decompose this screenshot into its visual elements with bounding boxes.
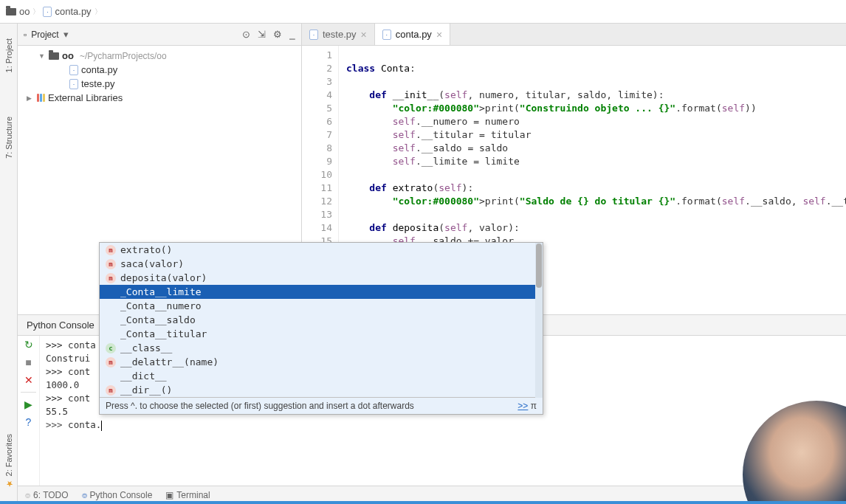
- folder-icon: [49, 52, 59, 60]
- autocomplete-list[interactable]: mextrato()msaca(valor)mdeposita(valor)_C…: [100, 243, 543, 397]
- autocomplete-item[interactable]: m__delattr__(name): [100, 355, 543, 369]
- python-file-icon: ·: [309, 30, 318, 40]
- close-icon[interactable]: ×: [436, 29, 442, 41]
- library-icon: [37, 94, 45, 102]
- bottom-terminal[interactable]: ▣Terminal: [165, 490, 210, 500]
- tree-root-name: oo: [62, 50, 74, 61]
- project-panel-title: Project: [31, 30, 58, 40]
- autocomplete-item-label: __dir__(): [120, 384, 172, 396]
- autocomplete-item[interactable]: _Conta__saldo: [100, 313, 543, 327]
- python-file-icon: ·: [382, 30, 391, 40]
- autocomplete-item-label: _Conta__titular: [120, 328, 207, 339]
- autocomplete-item[interactable]: mdeposita(valor): [100, 271, 543, 285]
- scroll-from-source-icon[interactable]: ⊙: [242, 29, 250, 40]
- breadcrumb-root[interactable]: oo: [6, 6, 30, 17]
- project-panel-header: ▫ Project ▾ ⊙ ⇲ ⚙ ⎯: [18, 24, 301, 46]
- console-tools: ↻ ■ ✕ ▶ ?: [18, 336, 40, 486]
- video-progress-bar[interactable]: [0, 501, 846, 504]
- autocomplete-item-label: __class__: [120, 342, 172, 353]
- hint-link[interactable]: >>: [517, 401, 528, 411]
- tool-structure[interactable]: 7: Structure: [4, 117, 13, 159]
- tree-root-path: ~/PycharmProjects/oo: [80, 51, 167, 61]
- tool-project[interactable]: 1: Project: [4, 38, 13, 72]
- editor-tab-teste[interactable]: · teste.py ×: [302, 24, 375, 45]
- arrow-right-icon: ▶: [27, 94, 34, 102]
- arrow-down-icon: ▼: [38, 52, 46, 60]
- editor-tabs: · teste.py × · conta.py ×: [302, 24, 846, 46]
- tree-external-label: External Libraries: [48, 92, 123, 103]
- autocomplete-item-label: _Conta__limite: [120, 286, 202, 297]
- console-tab-label: Python Console: [27, 320, 94, 331]
- project-tree: ▼ oo ~/PycharmProjects/oo · conta.py · t…: [18, 46, 301, 108]
- m-badge-icon: m: [106, 385, 116, 396]
- bottom-python-console[interactable]: ⌾Python Console: [82, 490, 153, 500]
- autocomplete-item[interactable]: mextrato(): [100, 243, 543, 257]
- m-badge-icon: m: [106, 357, 116, 367]
- stop-icon[interactable]: ■: [25, 356, 31, 368]
- tab-label: teste.py: [323, 29, 357, 40]
- m-badge-icon: m: [106, 245, 116, 255]
- autocomplete-item[interactable]: _Conta__numero: [100, 299, 543, 313]
- chevron-right-icon: 〉: [32, 7, 40, 17]
- scrollbar[interactable]: [535, 243, 543, 398]
- collapse-all-icon[interactable]: ⇲: [258, 29, 266, 40]
- hint-text: Press ^. to choose the selected (or firs…: [106, 401, 414, 411]
- breadcrumb-root-label: oo: [19, 6, 30, 17]
- editor-tab-conta[interactable]: · conta.py ×: [375, 24, 450, 45]
- close-icon[interactable]: ✕: [24, 374, 33, 386]
- python-file-icon: ·: [69, 65, 78, 75]
- breadcrumb-file[interactable]: · conta.py: [43, 6, 91, 17]
- project-header-icon: ▫: [24, 30, 27, 40]
- play-icon[interactable]: ▶: [24, 398, 32, 410]
- folder-icon: [6, 8, 16, 15]
- chevron-down-icon[interactable]: ▾: [63, 29, 69, 40]
- tool-favorites[interactable]: ★ 2: Favorites: [4, 434, 13, 489]
- autocomplete-item-label: deposita(valor): [120, 272, 207, 283]
- autocomplete-item-label: _Conta__numero: [120, 300, 202, 311]
- autocomplete-hint: Press ^. to choose the selected (or firs…: [100, 397, 543, 414]
- python-file-icon: ·: [69, 79, 78, 89]
- autocomplete-item-label: extrato(): [120, 244, 172, 255]
- tree-file-label: conta.py: [81, 64, 117, 75]
- tab-label: conta.py: [396, 29, 432, 40]
- m-badge-icon: m: [106, 259, 116, 269]
- autocomplete-item[interactable]: _Conta__limite: [100, 285, 543, 299]
- tree-file[interactable]: · teste.py: [18, 77, 301, 91]
- autocomplete-item[interactable]: m__dir__(): [100, 383, 543, 397]
- gear-icon[interactable]: ⚙: [273, 29, 282, 40]
- tree-root[interactable]: ▼ oo ~/PycharmProjects/oo: [18, 49, 301, 63]
- rerun-icon[interactable]: ↻: [24, 339, 33, 351]
- autocomplete-item[interactable]: __dict__: [100, 369, 543, 383]
- autocomplete-item-label: __dict__: [120, 370, 167, 382]
- hide-icon[interactable]: ⎯: [289, 29, 295, 40]
- scrollbar-thumb[interactable]: [536, 244, 542, 288]
- c-badge-icon: c: [106, 343, 116, 353]
- autocomplete-popup: mextrato()msaca(valor)mdeposita(valor)_C…: [99, 242, 543, 415]
- tree-external-libs[interactable]: ▶ External Libraries: [18, 91, 301, 105]
- help-icon[interactable]: ?: [26, 416, 32, 428]
- autocomplete-item[interactable]: c__class__: [100, 341, 543, 355]
- pi-icon: π: [531, 401, 537, 411]
- autocomplete-item[interactable]: _Conta__titular: [100, 327, 543, 341]
- autocomplete-item[interactable]: msaca(valor): [100, 257, 543, 271]
- tree-file[interactable]: · conta.py: [18, 63, 301, 77]
- m-badge-icon: m: [106, 273, 116, 283]
- bottom-todo[interactable]: ⌾6: TODO: [25, 490, 69, 500]
- chevron-right-icon: 〉: [94, 7, 102, 17]
- close-icon[interactable]: ×: [361, 29, 367, 41]
- autocomplete-item-label: __delattr__(name): [120, 356, 219, 367]
- tree-file-label: teste.py: [81, 78, 115, 89]
- left-tool-strip: 1: Project 7: Structure ★ 2: Favorites: [0, 24, 18, 503]
- python-file-icon: ·: [43, 7, 52, 17]
- autocomplete-item-label: _Conta__saldo: [120, 314, 196, 325]
- breadcrumb: oo 〉 · conta.py 〉: [0, 0, 846, 24]
- autocomplete-item-label: saca(valor): [120, 258, 184, 269]
- breadcrumb-file-label: conta.py: [55, 6, 91, 17]
